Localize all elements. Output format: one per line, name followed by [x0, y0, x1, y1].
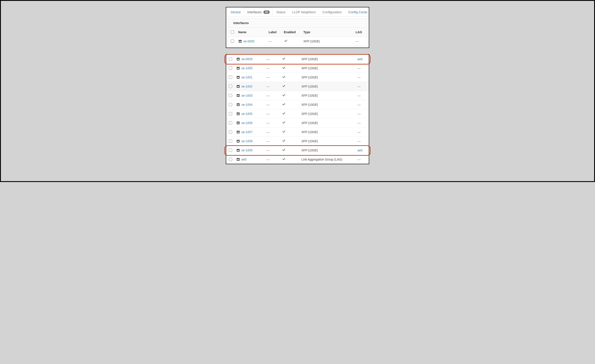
interface-link[interactable]: xe-1/0/7 [241, 130, 253, 134]
col-type[interactable]: Type [302, 28, 354, 37]
tab-status[interactable]: Status [273, 7, 289, 16]
table-row: xe-1/0/8—XFP (10GE)— [226, 137, 369, 146]
type-value: XFP (10GE) [301, 57, 318, 61]
row-checkbox[interactable] [229, 112, 232, 115]
interfaces-table-rows: xe-0/0/9—XFP (10GE)ae0xe-1/0/0—XFP (10GE… [226, 55, 369, 164]
row-checkbox[interactable] [229, 158, 232, 161]
interface-link[interactable]: xe-1/0/2 [241, 85, 253, 88]
ethernet-port-icon [236, 76, 240, 79]
row-checkbox[interactable] [229, 130, 232, 133]
enabled-check-icon [282, 93, 286, 98]
ethernet-port-icon [236, 85, 240, 88]
table-row: xe-1/0/2—XFP (10GE)— [226, 82, 369, 91]
type-value: XFP (10GE) [301, 130, 318, 134]
lag-value: — [357, 103, 361, 106]
interface-link[interactable]: xe-1/0/6 [241, 121, 253, 125]
row-checkbox[interactable] [229, 66, 232, 70]
lag-value: — [356, 40, 359, 43]
enabled-check-icon [282, 75, 286, 79]
row-checkbox[interactable] [229, 57, 232, 61]
row-checkbox[interactable] [229, 121, 232, 125]
enabled-check-icon [282, 102, 286, 107]
col-select-all [228, 28, 237, 37]
table-row: xe-1/0/1—XFP (10GE)— [226, 73, 369, 82]
lag-link[interactable]: ae0 [357, 148, 362, 152]
col-enabled[interactable]: Enabled [282, 28, 302, 37]
interface-link[interactable]: xe-0/0/9 [241, 57, 253, 61]
table-row: xe-1/0/3—XFP (10GE)— [226, 91, 369, 100]
type-value: XFP (10GE) [301, 121, 318, 125]
row-checkbox[interactable] [229, 148, 232, 152]
row-checkbox[interactable] [229, 94, 232, 97]
panel-title: Interfaces [228, 18, 367, 27]
enabled-check-icon [282, 139, 286, 143]
interface-link[interactable]: xe-1/0/4 [241, 103, 253, 106]
label-value: — [269, 40, 272, 43]
lag-value: — [357, 130, 361, 134]
label-value: — [267, 85, 270, 88]
label-value: — [267, 103, 270, 106]
interface-link[interactable]: ae0 [241, 158, 247, 161]
label-value: — [267, 140, 270, 143]
lag-value: — [357, 112, 361, 116]
tab-interfaces[interactable]: Interfaces 21 [244, 7, 273, 16]
interface-link[interactable]: xe-1/0/5 [241, 112, 253, 116]
interfaces-panel-continued: xe-0/0/9—XFP (10GE)ae0xe-1/0/0—XFP (10GE… [226, 54, 369, 164]
tab-lldp-neighbors[interactable]: LLDP Neighbors [289, 7, 319, 16]
type-value: XFP (10GE) [301, 94, 318, 97]
interface-link[interactable]: xe-1/0/3 [241, 94, 253, 97]
enabled-check-icon [282, 130, 286, 134]
ethernet-port-icon [236, 148, 240, 152]
row-checkbox[interactable] [229, 140, 232, 143]
lag-value: — [357, 158, 361, 161]
col-lag[interactable]: LAG [354, 28, 367, 37]
interfaces-panel-top: Device Interfaces 21 Status LLDP Neighbo… [226, 7, 369, 48]
interface-link[interactable]: xe-1/0/1 [241, 76, 253, 79]
type-value: XFP (10GE) [301, 140, 318, 143]
type-value: XFP (10GE) [301, 148, 318, 152]
interfaces-count-badge: 21 [263, 10, 270, 14]
lag-value: — [357, 140, 361, 143]
row-checkbox[interactable] [231, 40, 234, 43]
lag-value: — [357, 76, 361, 79]
tab-interfaces-label: Interfaces [247, 10, 262, 14]
type-value: Link Aggregation Group (LAG) [301, 158, 342, 161]
interface-link[interactable]: xe-1/0/8 [241, 140, 253, 143]
type-value: XFP (10GE) [301, 103, 318, 106]
select-all-checkbox[interactable] [231, 30, 234, 34]
table-row: xe-1/0/6—XFP (10GE)— [226, 118, 369, 127]
table-row: xe-1/0/4—XFP (10GE)— [226, 100, 369, 109]
row-checkbox[interactable] [229, 103, 232, 106]
col-name[interactable]: Name [236, 28, 267, 37]
ethernet-port-icon [236, 94, 240, 97]
label-value: — [267, 66, 270, 70]
enabled-check-icon [282, 120, 286, 125]
table-row: ae0—Link Aggregation Group (LAG)— [226, 155, 369, 164]
tab-config-context[interactable]: Config Conte [345, 7, 369, 16]
tab-configuration[interactable]: Configuration [319, 7, 345, 16]
ethernet-port-icon [236, 103, 240, 106]
label-value: — [267, 121, 270, 125]
lag-value: — [357, 66, 361, 70]
enabled-check-icon [282, 148, 286, 152]
label-value: — [267, 94, 270, 97]
ethernet-port-icon [236, 140, 240, 143]
tab-device[interactable]: Device [227, 7, 244, 16]
label-value: — [267, 76, 270, 79]
type-value: XFP (10GE) [301, 76, 318, 79]
interface-link[interactable]: xe-0/0/0 [243, 40, 255, 43]
row-checkbox[interactable] [229, 76, 232, 79]
table-row: xe-1/0/5—XFP (10GE)— [226, 109, 369, 118]
table-row: xe-0/0/9—XFP (10GE)ae0 [226, 55, 369, 64]
table-row: xe-0/0/0—XFP (10GE)— [228, 37, 367, 46]
enabled-check-icon [284, 39, 288, 43]
interface-link[interactable]: xe-1/0/0 [241, 66, 253, 70]
col-label[interactable]: Label [267, 28, 282, 37]
type-value: XFP (10GE) [301, 112, 318, 116]
interface-link[interactable]: xe-1/0/9 [241, 148, 253, 152]
lag-link[interactable]: ae0 [357, 57, 362, 61]
lag-value: — [357, 85, 361, 88]
table-row: xe-1/0/7—XFP (10GE)— [226, 127, 369, 137]
row-checkbox[interactable] [229, 85, 232, 88]
table-row: xe-1/0/9—XFP (10GE)ae0 [226, 146, 369, 155]
